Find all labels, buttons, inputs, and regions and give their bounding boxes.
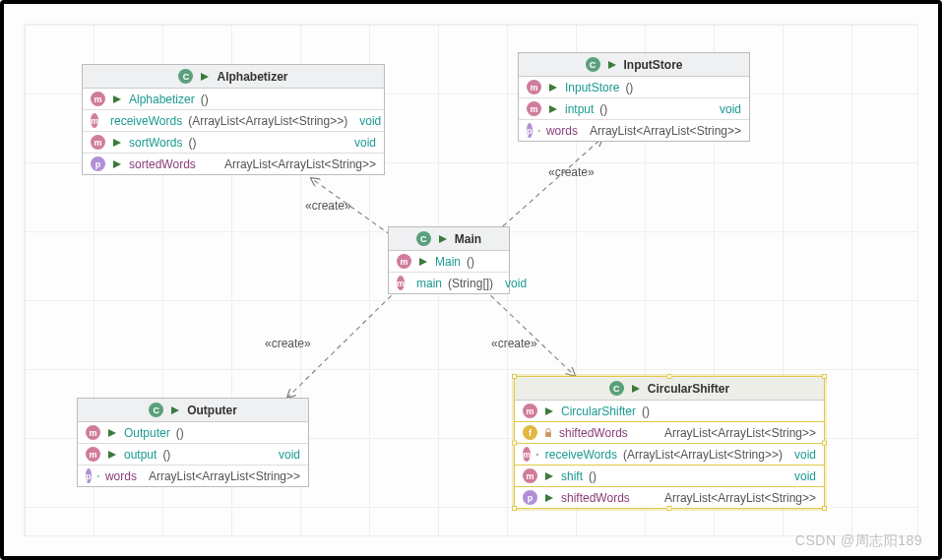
member-row[interactable]: m receiveWords(ArrayList<ArrayList<Strin… [515, 444, 824, 466]
property-icon: p [91, 156, 105, 171]
class-header: C InputStore [519, 53, 749, 77]
member-return: void [354, 136, 376, 150]
class-inputstore[interactable]: C InputStore m InputStore() m intput() v… [518, 52, 750, 142]
runnable-icon [417, 257, 429, 267]
member-return: void [359, 114, 381, 128]
member-row[interactable]: m intput() void [519, 98, 749, 120]
runnable-icon [169, 405, 181, 415]
member-row[interactable]: m main(String[]) void [389, 273, 509, 293]
class-icon: C [149, 403, 163, 417]
member-params: () [589, 469, 597, 483]
member-row[interactable]: m output() void [78, 444, 308, 466]
member-params: () [188, 136, 196, 150]
member-name: Outputer [124, 426, 170, 440]
method-icon: m [523, 404, 537, 418]
runnable-icon [538, 126, 540, 136]
runnable-icon [536, 450, 539, 460]
runnable-icon [606, 60, 618, 70]
class-alphabetizer[interactable]: C Alphabetizer m Alphabetizer() m receiv… [82, 64, 385, 175]
member-return: ArrayList<ArrayList<String>> [224, 157, 376, 171]
method-icon: m [523, 468, 537, 483]
class-title: InputStore [624, 58, 683, 72]
member-return: void [720, 102, 741, 116]
member-row[interactable]: m sortWords() void [83, 132, 384, 154]
member-return: ArrayList<ArrayList<String>> [664, 491, 816, 505]
method-icon: m [527, 80, 541, 94]
member-return: void [794, 469, 816, 483]
class-title: Outputer [187, 404, 237, 417]
member-name: sortedWords [129, 157, 196, 171]
member-row[interactable]: m receiveWords(ArrayList<ArrayList<Strin… [83, 110, 384, 132]
runnable-icon [547, 104, 559, 114]
class-header: C Main [389, 227, 509, 251]
class-icon: C [416, 231, 431, 246]
edge-label-create-outputer: «create» [265, 337, 311, 350]
member-params: (ArrayList<ArrayList<String>>) [188, 114, 347, 128]
class-title: Alphabetizer [217, 70, 287, 84]
class-icon: C [178, 69, 193, 84]
member-name: words [546, 124, 578, 138]
runnable-icon [97, 471, 99, 481]
member-row[interactable]: p shiftedWords ArrayList<ArrayList<Strin… [515, 487, 824, 508]
member-params: () [625, 81, 633, 94]
class-header: C Alphabetizer [83, 65, 384, 89]
member-return: void [279, 448, 300, 462]
method-icon: m [91, 135, 105, 150]
member-params: () [162, 448, 170, 462]
method-icon: m [527, 101, 541, 116]
method-icon: m [523, 447, 531, 462]
member-name: CircularShifter [561, 404, 636, 418]
runnable-icon [111, 94, 123, 104]
member-name: receiveWords [110, 114, 182, 128]
member-row[interactable]: m Alphabetizer() [83, 89, 384, 110]
runnable-icon [543, 493, 555, 503]
member-params: () [599, 102, 607, 116]
member-name: InputStore [565, 81, 619, 94]
member-name: receiveWords [545, 448, 617, 462]
member-row[interactable]: p words ArrayList<ArrayList<String>> [519, 120, 749, 141]
member-row[interactable]: f shiftedWords ArrayList<ArrayList<Strin… [515, 422, 824, 444]
runnable-icon [111, 159, 123, 169]
diagram-canvas[interactable]: «create» «create» «create» «create» C Al… [0, 0, 942, 560]
lock-icon [543, 428, 553, 438]
class-header: C CircularShifter [515, 377, 824, 401]
runnable-icon [543, 471, 555, 481]
method-icon: m [91, 92, 105, 106]
class-title: CircularShifter [648, 382, 729, 396]
member-row[interactable]: m Main() [389, 251, 509, 273]
property-icon: p [527, 123, 533, 138]
svg-rect-0 [545, 432, 551, 437]
member-row[interactable]: m shift() void [515, 466, 824, 487]
member-params: () [467, 255, 474, 269]
class-header: C Outputer [78, 399, 308, 422]
runnable-icon [543, 406, 555, 416]
member-row[interactable]: m CircularShifter() [515, 401, 824, 422]
member-params: () [642, 404, 650, 418]
class-icon: C [586, 57, 600, 72]
member-name: shiftedWords [561, 491, 630, 505]
runnable-icon [630, 384, 642, 394]
runnable-icon [106, 428, 118, 438]
property-icon: p [86, 468, 92, 483]
member-return: ArrayList<ArrayList<String>> [590, 124, 741, 138]
edge-label-create-alphabetizer: «create» [305, 199, 351, 213]
method-icon: m [397, 254, 411, 269]
member-params: () [176, 426, 184, 440]
member-row[interactable]: m Outputer() [78, 422, 308, 444]
member-name: words [105, 469, 137, 483]
method-icon: m [86, 425, 100, 440]
member-name: shiftedWords [559, 426, 628, 440]
member-row[interactable]: m InputStore() [519, 77, 749, 98]
method-icon: m [86, 447, 100, 462]
member-row[interactable]: p words ArrayList<ArrayList<String>> [78, 466, 308, 486]
class-icon: C [609, 381, 624, 396]
member-return: ArrayList<ArrayList<String>> [149, 469, 300, 483]
member-name: sortWords [129, 136, 182, 150]
runnable-icon [437, 234, 449, 244]
class-outputer[interactable]: C Outputer m Outputer() m output() void … [77, 398, 309, 487]
member-name: Main [435, 255, 461, 269]
member-params: (String[]) [448, 277, 493, 290]
class-main[interactable]: C Main m Main() m main(String[]) void [388, 226, 510, 294]
class-circularshifter[interactable]: C CircularShifter m CircularShifter() f … [514, 376, 825, 509]
member-row[interactable]: p sortedWords ArrayList<ArrayList<String… [83, 154, 384, 174]
